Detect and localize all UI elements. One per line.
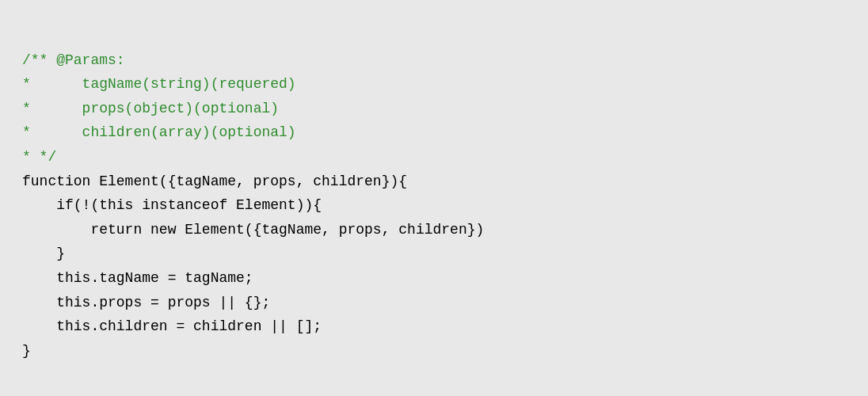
code-line-1: /** @Params:: [22, 48, 846, 73]
code-line-2: * tagName(string)(requered): [22, 72, 846, 97]
code-line-5: * */: [22, 145, 846, 169]
code-line-3: * props(object)(optional): [22, 97, 846, 121]
code-line-12: this.children = children || [];: [22, 314, 846, 339]
code-line-11: this.props = props || {};: [22, 291, 846, 315]
code-line-7: if(!(this instanceof Element)){: [22, 193, 846, 218]
code-line-10: this.tagName = tagName;: [22, 266, 846, 291]
code-line-4: * children(array)(optional): [22, 120, 846, 145]
code-line-9: }: [22, 242, 846, 266]
code-line-8: return new Element({tagName, props, chil…: [22, 218, 846, 242]
code-line-13: }: [22, 339, 846, 364]
code-editor: /** @Params:* tagName(string)(requered)*…: [16, 16, 852, 371]
code-line-6: function Element({tagName, props, childr…: [22, 169, 846, 194]
